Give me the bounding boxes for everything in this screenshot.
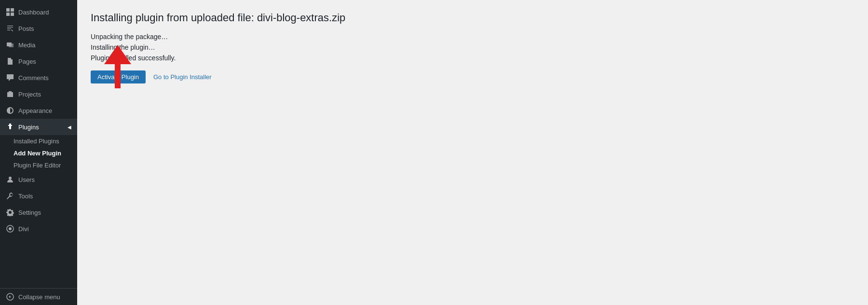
plugins-submenu: Installed Plugins Add New Plugin Plugin …: [0, 135, 77, 171]
plugins-icon: [6, 123, 14, 131]
red-arrow-annotation: [104, 45, 131, 88]
sidebar-item-tools[interactable]: Tools: [0, 188, 77, 204]
sidebar-item-posts[interactable]: Posts: [0, 20, 77, 37]
svg-point-9: [9, 227, 12, 230]
sidebar-item-users[interactable]: Users: [0, 171, 77, 188]
status-line-3: Plugin installed successfully.: [91, 54, 854, 62]
sidebar-item-settings[interactable]: Settings: [0, 204, 77, 221]
divi-icon: [6, 224, 14, 233]
submenu-plugin-file-editor[interactable]: Plugin File Editor: [0, 159, 77, 171]
svg-marker-12: [104, 45, 131, 64]
tools-icon: [6, 192, 14, 200]
submenu-add-new-plugin[interactable]: Add New Plugin: [0, 147, 77, 159]
sidebar-item-divi[interactable]: Divi: [0, 221, 77, 237]
sidebar-item-label: Users: [18, 176, 35, 183]
svg-rect-11: [115, 62, 121, 88]
appearance-icon: [6, 106, 14, 115]
sidebar-item-appearance[interactable]: Appearance: [0, 102, 77, 119]
svg-rect-1: [11, 8, 14, 12]
action-buttons: Activate Plugin Go to Plugin Installer: [91, 70, 854, 83]
svg-rect-0: [6, 8, 10, 12]
users-icon: [6, 175, 14, 184]
sidebar-item-label: Plugins: [18, 124, 39, 131]
projects-icon: [6, 90, 14, 98]
dashboard-icon: [6, 8, 14, 16]
media-icon: [6, 41, 14, 49]
go-to-installer-link[interactable]: Go to Plugin Installer: [153, 73, 212, 81]
sidebar-item-label: Posts: [18, 25, 34, 32]
sidebar-item-media[interactable]: Media: [0, 37, 77, 53]
main-content: Installing plugin from uploaded file: di…: [77, 0, 868, 305]
collapse-menu-button[interactable]: Collapse menu: [0, 289, 77, 305]
sidebar-item-label: Projects: [18, 91, 41, 98]
plugins-arrow: ◀: [68, 125, 71, 130]
sidebar-bottom: Collapse menu: [0, 288, 77, 305]
sidebar-item-projects[interactable]: Projects: [0, 86, 77, 102]
sidebar-item-label: Tools: [18, 193, 33, 200]
sidebar-item-plugins[interactable]: Plugins ◀: [0, 119, 77, 135]
status-line-2: Installing the plugin…: [91, 43, 854, 51]
sidebar-item-comments[interactable]: Comments: [0, 69, 77, 86]
svg-point-7: [9, 177, 12, 180]
svg-rect-6: [9, 125, 12, 125]
sidebar-item-label: Comments: [18, 74, 49, 82]
posts-icon: [6, 24, 14, 33]
sidebar: Dashboard Posts Media Pages Comments Pro…: [0, 0, 77, 305]
svg-rect-2: [6, 13, 10, 16]
collapse-menu-label: Collapse menu: [18, 293, 60, 301]
svg-rect-5: [9, 43, 14, 47]
sidebar-item-label: Pages: [18, 58, 36, 65]
svg-rect-3: [11, 13, 14, 16]
comments-icon: [6, 73, 14, 82]
sidebar-item-dashboard[interactable]: Dashboard: [0, 4, 77, 20]
sidebar-item-label: Dashboard: [18, 9, 49, 16]
sidebar-item-label: Settings: [18, 209, 41, 216]
pages-icon: [6, 57, 14, 66]
sidebar-item-label: Appearance: [18, 107, 52, 114]
status-line-1: Unpacking the package…: [91, 33, 854, 41]
settings-icon: [6, 208, 14, 217]
submenu-installed-plugins[interactable]: Installed Plugins: [0, 135, 77, 147]
sidebar-item-label: Media: [18, 42, 35, 49]
sidebar-item-label: Divi: [18, 225, 29, 233]
page-title: Installing plugin from uploaded file: di…: [91, 12, 854, 24]
collapse-icon: [6, 292, 14, 301]
sidebar-item-pages[interactable]: Pages: [0, 53, 77, 69]
